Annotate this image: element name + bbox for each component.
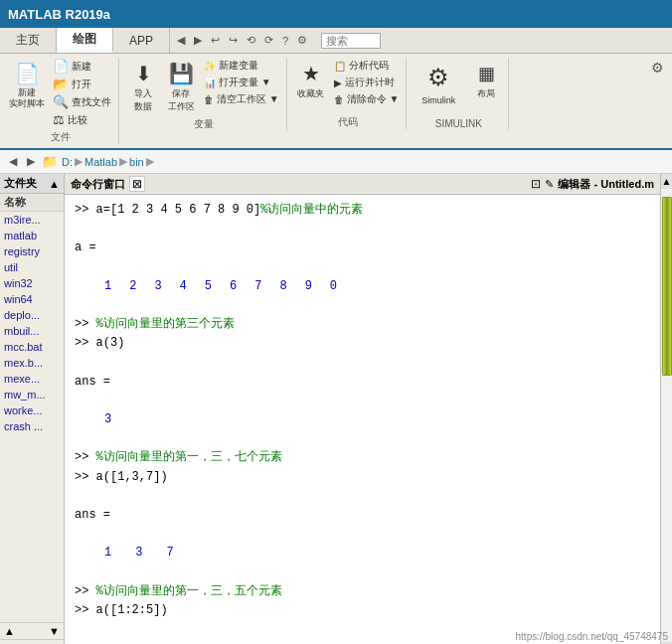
path-sep3: ▶ bbox=[146, 155, 154, 168]
cmd-header-right: ⊡ ✎ 编辑器 - Untitled.m bbox=[531, 177, 654, 192]
open-label: 打开 bbox=[72, 78, 91, 91]
cmd-comment-4: %访问向量里的第一，三，五个元素 bbox=[96, 584, 282, 598]
sidebar-item[interactable]: m3ire... bbox=[0, 212, 64, 228]
redo-icon[interactable]: ⟳ bbox=[261, 33, 276, 48]
tab-plot[interactable]: 绘图 bbox=[57, 28, 113, 53]
cmd-ans-2: ans = bbox=[75, 506, 650, 525]
vscroll-thumb[interactable] bbox=[662, 197, 672, 376]
open-icon: 📂 bbox=[53, 77, 69, 91]
vscroll-up-btn[interactable]: ▲ bbox=[660, 174, 672, 189]
new-var-label: 新建变量 bbox=[219, 59, 258, 73]
tab-home[interactable]: 主页 bbox=[0, 28, 57, 53]
prompt-sym-3: >> bbox=[75, 336, 96, 350]
sidebar-item[interactable]: mex.b... bbox=[0, 355, 64, 371]
sidebar-item[interactable]: mbuil... bbox=[0, 323, 64, 339]
findfile-btn[interactable]: 🔍 查找文件 bbox=[50, 93, 114, 110]
cmd-edit-icon[interactable]: ✎ bbox=[545, 178, 554, 191]
cmd-header-left: 命令行窗口 ⊠ bbox=[71, 176, 145, 192]
settings-icon[interactable]: ⚙ bbox=[294, 33, 310, 48]
scroll-down-btn[interactable]: ▼ bbox=[49, 625, 60, 637]
cmd-blank-6 bbox=[75, 429, 650, 448]
cmd-clear-icon[interactable]: ⊠ bbox=[129, 176, 145, 192]
sidebar-item[interactable]: worke... bbox=[0, 402, 64, 418]
path-bin[interactable]: bin bbox=[129, 156, 144, 168]
nav-forward-icon[interactable]: ▶ bbox=[191, 33, 205, 48]
tab-right-icons: ◀ ▶ ↩ ↪ ⟲ ⟳ ? ⚙ bbox=[170, 28, 393, 53]
addr-forward-btn[interactable]: ▶ bbox=[24, 154, 38, 169]
sidebar-item[interactable]: mcc.bat bbox=[0, 339, 64, 355]
sidebar-item-crash[interactable]: crash ... bbox=[0, 418, 64, 434]
open-var-label: 打开变量 ▼ bbox=[219, 76, 271, 89]
sidebar-header: 文件夹 ▲ bbox=[0, 174, 64, 194]
path-sep2: ▶ bbox=[119, 155, 127, 168]
var-group-label: 变量 bbox=[125, 117, 282, 131]
sidebar-item[interactable]: matlab bbox=[0, 228, 64, 243]
cmd-expand-icon[interactable]: ⊡ bbox=[531, 177, 541, 191]
cmd-line-3: >> a(3) bbox=[75, 334, 650, 353]
sidebar-item-registry[interactable]: registry bbox=[0, 243, 64, 259]
compare-btn[interactable]: ⚖ 比较 bbox=[50, 111, 114, 128]
sidebar-expand-icon[interactable]: ▲ bbox=[49, 178, 60, 190]
clear-workspace-btn[interactable]: 🗑 清空工作区 ▼ bbox=[201, 91, 282, 107]
clear-cmd-label: 清除命令 ▼ bbox=[347, 92, 400, 106]
cmd-line-2: >> %访问向量里的第三个元素 bbox=[75, 315, 650, 334]
undo-icon[interactable]: ⟲ bbox=[244, 33, 258, 48]
open-btn[interactable]: 📂 打开 bbox=[50, 76, 114, 92]
sidebar-items-list: 名称 m3ire... matlab registry util win32 w… bbox=[0, 194, 64, 622]
ans2-num-3: 3 bbox=[135, 544, 142, 563]
num-8: 8 bbox=[279, 277, 286, 296]
main-layout: 文件夹 ▲ 名称 m3ire... matlab registry util w… bbox=[0, 174, 672, 644]
prompt-sym-2: >> bbox=[75, 317, 96, 331]
cmd-body[interactable]: >> a=[1 2 3 4 5 6 7 8 9 0]%访问向量中的元素 a = … bbox=[65, 195, 660, 644]
sidebar-item[interactable]: mw_m... bbox=[0, 387, 64, 402]
title-bar: MATLAB R2019a bbox=[0, 0, 672, 28]
open-var-btn[interactable]: 📊 打开变量 ▼ bbox=[201, 75, 282, 90]
cmd-ans-value-1: 3 bbox=[104, 410, 650, 429]
sidebar-item[interactable]: win64 bbox=[0, 291, 64, 307]
num-2: 2 bbox=[129, 277, 136, 296]
save-workspace-btn[interactable]: 💾 保存工作区 bbox=[163, 58, 199, 115]
sidebar: 文件夹 ▲ 名称 m3ire... matlab registry util w… bbox=[0, 174, 65, 644]
import-label: 导入数据 bbox=[134, 87, 152, 113]
simulink-btn[interactable]: ⚙ Simulink bbox=[413, 58, 464, 107]
run-time-btn[interactable]: ▶ 运行并计时 bbox=[331, 75, 403, 90]
help-icon[interactable]: ? bbox=[279, 34, 291, 48]
cmd-line-5: >> a([1,3,7]) bbox=[75, 468, 650, 487]
simulink-icon: ⚙ bbox=[420, 60, 456, 95]
cmd-ans-value-2: 1 3 7 bbox=[104, 544, 650, 563]
tab-app[interactable]: APP bbox=[113, 28, 170, 53]
new-var-btn[interactable]: ✨ 新建变量 bbox=[201, 58, 282, 74]
sidebar-item[interactable]: util bbox=[0, 259, 64, 275]
app-title: MATLAB R2019a bbox=[8, 7, 110, 22]
search-input[interactable] bbox=[321, 33, 381, 49]
nav-back-icon[interactable]: ◀ bbox=[174, 33, 188, 48]
cmd-ans-1: ans = bbox=[75, 373, 650, 392]
import-btn[interactable]: ⬇ 导入数据 bbox=[125, 58, 161, 115]
nav-extra-icon[interactable]: ↩ bbox=[208, 33, 223, 48]
compare-icon: ⚖ bbox=[53, 112, 65, 127]
import-icon: ⬇ bbox=[129, 60, 157, 87]
new-btn[interactable]: 📄 新建 bbox=[50, 58, 114, 75]
cmd-line-7: >> a([1:2:5]) bbox=[75, 601, 650, 620]
path-matlab[interactable]: Matlab bbox=[84, 156, 117, 168]
scroll-up-btn[interactable]: ▲ bbox=[4, 625, 15, 637]
cmd-line-4: >> %访问向量里的第一，三，七个元素 bbox=[75, 448, 650, 467]
layout-btn[interactable]: ▦ 布局 bbox=[468, 58, 504, 102]
analyze-code-btn[interactable]: 📋 分析代码 bbox=[331, 58, 403, 74]
save-workspace-icon: 💾 bbox=[167, 60, 195, 87]
num-9: 9 bbox=[305, 277, 312, 296]
sidebar-item[interactable]: mexe... bbox=[0, 371, 64, 387]
sidebar-item[interactable]: win32 bbox=[0, 275, 64, 291]
sidebar-item[interactable]: deplo... bbox=[0, 307, 64, 323]
clear-cmd-icon: 🗑 bbox=[334, 94, 344, 105]
addr-back-btn[interactable]: ◀ bbox=[6, 154, 20, 169]
num-6: 6 bbox=[230, 277, 237, 296]
new-live-script-btn[interactable]: 📄 新建实时脚本 bbox=[6, 58, 48, 111]
ribbon-settings-icon[interactable]: ⚙ bbox=[651, 60, 664, 76]
path-d[interactable]: D: bbox=[62, 156, 73, 168]
favorites-btn[interactable]: ★ 收藏夹 bbox=[293, 58, 329, 102]
nav-redo-icon[interactable]: ↪ bbox=[226, 33, 241, 48]
prompt-sym-4: >> bbox=[75, 450, 96, 464]
cmd-blank-2 bbox=[75, 258, 650, 277]
clear-cmd-btn[interactable]: 🗑 清除命令 ▼ bbox=[331, 91, 403, 107]
